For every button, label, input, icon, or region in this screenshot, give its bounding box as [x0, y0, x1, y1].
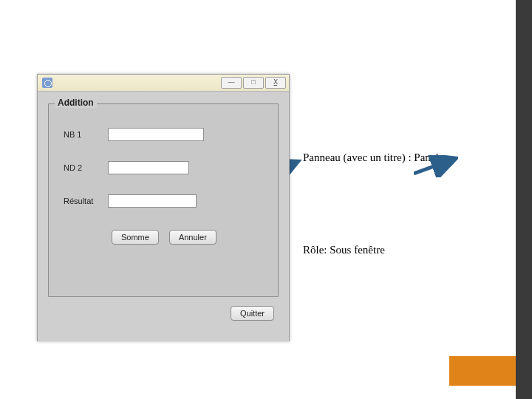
quit-button[interactable]: Quitter	[231, 306, 274, 321]
sum-button[interactable]: Somme	[112, 230, 159, 245]
panel-button-row: Somme Annuler	[112, 230, 216, 245]
title-bar: — □ X̲	[38, 75, 289, 92]
minimize-button[interactable]: —	[221, 77, 242, 89]
annotation-role-label: Rôle: Sous fenêtre	[303, 244, 385, 256]
cancel-button[interactable]: Annuler	[169, 230, 216, 245]
small-arrow-icon	[414, 155, 458, 177]
accent-block	[449, 356, 516, 386]
input-nd2[interactable]	[108, 161, 189, 174]
client-area: Addition NB 1 ND 2 Résultat Somme Annule…	[38, 92, 289, 341]
java-icon	[42, 78, 52, 88]
label-nd2: ND 2	[64, 163, 108, 172]
quit-row: Quitter	[231, 306, 274, 321]
row-nb1: NB 1	[64, 126, 204, 143]
addition-panel: Addition NB 1 ND 2 Résultat Somme Annule…	[48, 103, 279, 297]
input-nb1[interactable]	[108, 128, 204, 141]
row-nd2: ND 2	[64, 160, 189, 176]
input-resultat	[108, 194, 197, 208]
side-strip	[516, 0, 532, 399]
svg-line-1	[414, 159, 454, 174]
app-window: — □ X̲ Addition NB 1 ND 2 Résultat Somme…	[37, 74, 290, 341]
row-resultat: Résultat	[64, 193, 197, 209]
label-nb1: NB 1	[64, 130, 108, 139]
maximize-button[interactable]: □	[243, 77, 264, 89]
close-button[interactable]: X̲	[265, 77, 286, 89]
label-resultat: Résultat	[64, 197, 108, 205]
panel-title: Addition	[55, 98, 97, 108]
